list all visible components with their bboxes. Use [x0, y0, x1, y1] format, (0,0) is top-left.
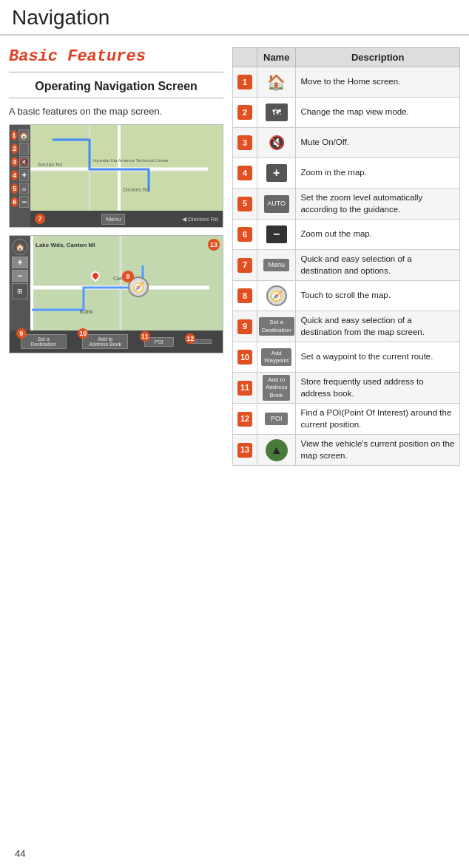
svg-text:6.2mi: 6.2mi — [80, 309, 93, 314]
map2-badge-10: 10 — [78, 328, 88, 339]
num-badge: 12 — [237, 412, 252, 427]
icon-map_mode: 🗺 — [263, 101, 290, 123]
row-num-1: 1 — [233, 67, 257, 98]
right-column: Name Description 1🏠Move to the Home scre… — [232, 47, 460, 466]
num-badge: 13 — [237, 443, 252, 458]
row-icon-9: Set aDestination — [257, 311, 296, 342]
map1-badge-4: 4 — [11, 170, 18, 180]
row-icon-2: 🗺 — [257, 98, 296, 128]
table-row: 1🏠Move to the Home screen. — [233, 67, 460, 98]
map1-body: Santan Rd Hyundai Kia America Technical … — [30, 125, 223, 227]
num-badge: 2 — [237, 105, 252, 120]
row-icon-1: 🏠 — [257, 67, 296, 98]
icon-home: 🏠 — [263, 71, 290, 93]
icon-zoom_out: − — [263, 223, 290, 245]
table-row: 5AUTOSet the zoom level automatically ac… — [233, 189, 460, 220]
table-row: 10AddWaypointSet a waypoint to the curre… — [233, 342, 460, 373]
row-num-2: 2 — [233, 98, 257, 128]
map2-bottom-bar: 9 Set aDestination 10 Add toAddress Book… — [10, 330, 223, 353]
map2-body: Lake Wds, Canton MI Canton 6.2mi 🏠 + − ⊞… — [10, 236, 223, 353]
map1-left-bar: 1 🏠 2 3 🔇 4 + — [10, 125, 30, 227]
map-screen-2: Lake Wds, Canton MI Canton 6.2mi 🏠 + − ⊞… — [9, 235, 223, 353]
row-num-6: 6 — [233, 220, 257, 250]
feature-table: Name Description 1🏠Move to the Home scre… — [232, 47, 460, 466]
map2-addaddr-wrapper: 11 POI — [144, 337, 174, 347]
row-num-5: 5 — [233, 189, 257, 220]
svg-text:Lake Wds, Canton MI: Lake Wds, Canton MI — [36, 242, 95, 248]
table-row: 2🗺Change the map view mode. — [233, 98, 460, 128]
map-screen-1: 1 🏠 2 3 🔇 4 + — [9, 124, 223, 228]
svg-text:Santan Rd: Santan Rd — [38, 162, 62, 167]
map2-pin — [91, 271, 100, 280]
table-row: 13▲View the vehicle's current position o… — [233, 435, 460, 466]
icon-zoom_in: + — [263, 162, 290, 184]
row-desc-4: Zoom in the map. — [296, 158, 460, 189]
map2-icon-home: 🏠 — [12, 239, 28, 255]
icon-add_wp_btn: AddWaypoint — [263, 346, 290, 368]
col-name: Name — [257, 48, 296, 67]
num-badge: 10 — [237, 350, 252, 365]
row-desc-10: Set a waypoint to the current route. — [296, 342, 460, 373]
page-header: Navigation — [0, 0, 469, 35]
map2-btn-minus[interactable]: − — [12, 270, 28, 282]
num-badge: 6 — [237, 227, 252, 242]
set-dest-button[interactable]: Set aDestination — [21, 334, 67, 349]
row-num-10: 10 — [233, 342, 257, 373]
map1-badge-5: 5 — [11, 183, 18, 194]
map2-badge-8: 8 — [122, 271, 134, 282]
map1-badge-6: 6 — [11, 197, 18, 207]
left-column: Basic Features Operating Navigation Scre… — [9, 47, 223, 466]
row-desc-12: Find a POI(Point Of Interest) around the… — [296, 404, 460, 435]
row-desc-1: Move to the Home screen. — [296, 67, 460, 98]
table-row: 4+Zoom in the map. — [233, 158, 460, 189]
num-badge: 3 — [237, 135, 252, 150]
map1-menu-button[interactable]: Menu — [101, 214, 125, 225]
row-num-3: 3 — [233, 128, 257, 158]
add-waypoint-button[interactable]: Add toAddress Book — [82, 334, 128, 349]
table-row: 7MenuQuick and easy selection of a desti… — [233, 250, 460, 281]
num-badge: 5 — [237, 197, 252, 211]
icon-add_addr_btn: Add toAddress Book — [263, 377, 290, 399]
row-icon-12: POI — [257, 404, 296, 435]
row-icon-5: AUTO — [257, 189, 296, 220]
map2-badge-9: 9 — [16, 328, 27, 339]
svg-text:Dieckes Rd: Dieckes Rd — [123, 187, 149, 192]
map1-badge-2: 2 — [11, 143, 18, 154]
map2-compass-area: 8 🧭 — [128, 277, 149, 297]
row-desc-9: Quick and easy selection of a destinatio… — [296, 311, 460, 342]
map1-road-label: ◀ Dieckes Rd — [182, 216, 218, 223]
row-num-7: 7 — [233, 250, 257, 281]
map1-badge-7: 7 — [35, 214, 45, 224]
svg-text:Hyundai Kia America Technical : Hyundai Kia America Technical Center — [93, 158, 169, 163]
icon-mute: 🔇 — [263, 132, 290, 154]
icon-nav_arrow: ▲ — [263, 439, 290, 461]
map2-setdest-wrapper: 9 Set aDestination — [21, 334, 67, 349]
description-text: A basic features on the map screen. — [9, 106, 223, 117]
row-desc-11: Store frequently used address to address… — [296, 373, 460, 404]
map2-btn-plus[interactable]: + — [12, 257, 28, 268]
icon-auto_zoom: AUTO — [263, 193, 290, 215]
row-icon-3: 🔇 — [257, 128, 296, 158]
row-icon-8: 🧭 — [257, 281, 296, 311]
row-desc-13: View the vehicle's current position on t… — [296, 435, 460, 466]
num-badge: 1 — [237, 75, 252, 89]
table-row: 3🔇Mute On/Off. — [233, 128, 460, 158]
section-title: Basic Features — [9, 47, 223, 66]
row-num-13: 13 — [233, 435, 257, 466]
divider — [9, 72, 223, 72]
main-content: Basic Features Operating Navigation Scre… — [0, 35, 469, 466]
row-icon-13: ▲ — [257, 435, 296, 466]
row-desc-5: Set the zoom level automatically accordi… — [296, 189, 460, 220]
row-desc-2: Change the map view mode. — [296, 98, 460, 128]
map2-poi-wrapper: 12 — [189, 339, 212, 344]
table-row: 9Set aDestinationQuick and easy selectio… — [233, 311, 460, 342]
divider2 — [9, 98, 223, 98]
col-description: Description — [296, 48, 460, 67]
map2-left-bar: 🏠 + − ⊞ — [10, 236, 30, 330]
map2-badge-11: 11 — [140, 331, 150, 342]
row-icon-6: − — [257, 220, 296, 250]
map2-addwp-wrapper: 10 Add toAddress Book — [82, 334, 128, 349]
icon-set_dest_btn: Set aDestination — [263, 316, 290, 338]
row-icon-11: Add toAddress Book — [257, 373, 296, 404]
num-badge: 8 — [237, 288, 252, 303]
